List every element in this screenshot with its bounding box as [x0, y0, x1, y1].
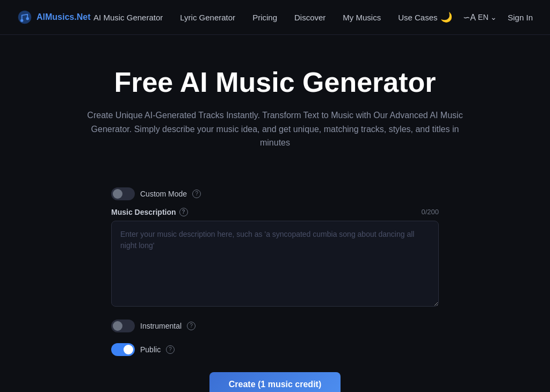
lang-label: EN: [478, 13, 488, 21]
svg-point-1: [20, 19, 23, 22]
main-nav: AI Music Generator Lyric Generator Prici…: [93, 13, 437, 22]
nav-lyric-generator[interactable]: Lyric Generator: [180, 13, 235, 22]
instrumental-toggle[interactable]: [111, 320, 135, 332]
public-toggle[interactable]: [111, 343, 135, 356]
nav-use-cases[interactable]: Use Cases: [398, 13, 437, 22]
nav-ai-music-generator[interactable]: AI Music Generator: [93, 13, 163, 22]
language-selector[interactable]: ∽A EN ⌄: [463, 12, 497, 23]
svg-point-0: [18, 11, 32, 24]
instrumental-help-icon[interactable]: ?: [187, 322, 196, 330]
instrumental-label: Instrumental: [140, 322, 182, 330]
public-row: Public ?: [111, 343, 439, 356]
logo-text: AlMusics.Net: [37, 12, 90, 22]
hero-section: Free AI Music Generator Create Unique AI…: [0, 35, 550, 171]
logo[interactable]: AlMusics.Net: [17, 10, 90, 25]
hero-title: Free AI Music Generator: [17, 67, 533, 98]
moon-icon: 🌙: [440, 11, 452, 23]
chevron-down-icon: ⌄: [490, 13, 497, 21]
nav-my-musics[interactable]: My Musics: [343, 13, 381, 22]
custom-mode-row: Custom Mode ?: [111, 187, 439, 200]
custom-mode-label: Custom Mode: [140, 190, 187, 198]
music-generator-form: Custom Mode ? Music Description ? 0/200 …: [100, 187, 450, 392]
custom-mode-toggle[interactable]: [111, 187, 135, 200]
music-description-label: Music Description ?: [111, 208, 188, 216]
create-button[interactable]: Create (1 music credit): [209, 372, 341, 392]
hero-subtitle: Create Unique AI-Generated Tracks Instan…: [87, 108, 463, 150]
logo-icon: [17, 10, 32, 25]
nav-discover[interactable]: Discover: [294, 13, 325, 22]
sign-in-button[interactable]: Sign In: [508, 13, 533, 22]
music-description-help-icon[interactable]: ?: [179, 208, 188, 216]
translate-icon: ∽A: [463, 12, 476, 23]
header: AlMusics.Net AI Music Generator Lyric Ge…: [0, 0, 550, 35]
music-description-input[interactable]: [111, 221, 439, 307]
public-help-icon[interactable]: ?: [166, 345, 175, 354]
custom-mode-help-icon[interactable]: ?: [192, 190, 201, 198]
instrumental-row: Instrumental ?: [111, 320, 439, 332]
dark-mode-toggle[interactable]: 🌙: [440, 11, 452, 23]
music-description-header: Music Description ? 0/200: [111, 208, 439, 216]
header-right: 🌙 ∽A EN ⌄ Sign In: [440, 11, 533, 23]
char-count: 0/200: [421, 208, 439, 216]
public-label: Public: [140, 345, 161, 354]
nav-pricing[interactable]: Pricing: [252, 13, 277, 22]
svg-point-2: [26, 17, 29, 20]
